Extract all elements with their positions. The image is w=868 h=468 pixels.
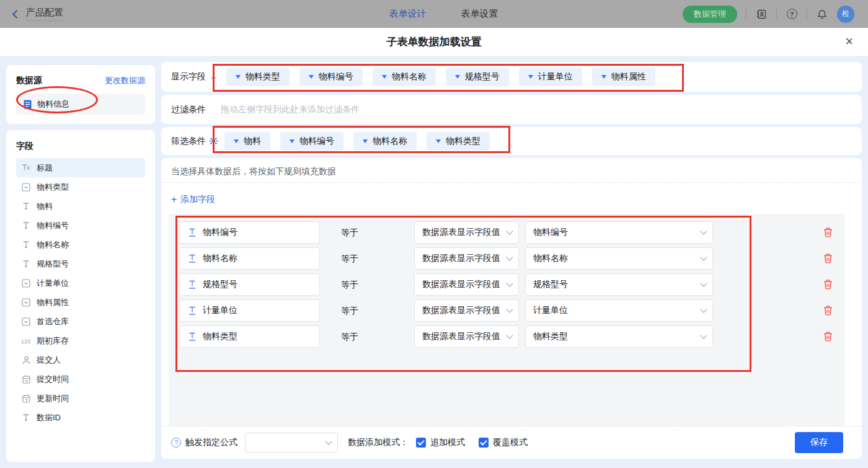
rule-source-value: 数据源表显示字段值	[422, 253, 500, 264]
back-label: 产品配置	[26, 7, 63, 21]
field-list-item[interactable]: 提交时间	[16, 369, 145, 389]
field-type-icon	[21, 201, 31, 211]
field-list-item[interactable]: 提交人	[16, 350, 145, 369]
data-manage-button[interactable]: 数据管理	[683, 6, 737, 23]
bell-icon[interactable]	[816, 8, 828, 20]
delete-rule-icon[interactable]	[823, 331, 833, 342]
datasource-item[interactable]: 物料信息	[16, 94, 145, 115]
append-mode-checkbox[interactable]	[416, 438, 426, 448]
field-list-item[interactable]: 标题	[16, 158, 145, 177]
display-field-tag[interactable]: 物料属性	[592, 68, 655, 86]
rule-target-select[interactable]: 物料类型	[525, 325, 713, 348]
rule-source-select[interactable]: 数据源表显示字段值	[414, 273, 519, 296]
formula-help-icon[interactable]: ?	[171, 438, 181, 448]
dropdown-triangle-icon	[234, 139, 239, 143]
datasource-title: 数据源	[16, 75, 42, 86]
rule-field-box[interactable]: 物料编号	[179, 221, 320, 244]
formula-select[interactable]	[245, 433, 338, 453]
field-list-item[interactable]: 物料属性	[16, 293, 145, 312]
user-avatar[interactable]: 检	[837, 6, 854, 23]
change-datasource-link[interactable]: 更改数据源	[105, 75, 145, 86]
field-item-label: 计量单位	[37, 278, 69, 289]
plus-icon: +	[171, 194, 177, 205]
back-nav[interactable]: 产品配置	[0, 7, 205, 21]
field-list-item[interactable]: 物料	[16, 196, 145, 216]
overwrite-mode-label: 覆盖模式	[493, 437, 528, 448]
text-field-icon	[187, 227, 197, 237]
rule-row: 物料名称 等于 数据源表显示字段值 物料名称	[169, 247, 844, 270]
chevron-down-icon	[506, 254, 513, 260]
rule-source-select[interactable]: 数据源表显示字段值	[414, 221, 519, 244]
save-button[interactable]: 保存	[795, 432, 843, 453]
field-list-item[interactable]: 物料类型	[16, 177, 145, 196]
overwrite-mode-checkbox[interactable]	[479, 438, 489, 448]
filter-dropzone[interactable]: 拖动左侧字段到此处来添加过滤条件	[221, 104, 360, 115]
dropdown-triangle-icon	[309, 75, 314, 79]
tab-form-settings[interactable]: 表单设置	[461, 8, 498, 20]
field-item-label: 物料名称	[37, 239, 69, 250]
delete-rule-icon[interactable]	[823, 279, 833, 290]
app-header: 产品配置 表单设计 表单设置 数据管理 ? 检	[0, 0, 868, 28]
field-list-item[interactable]: 首选仓库	[16, 312, 145, 331]
field-type-icon	[21, 182, 31, 192]
field-list-item[interactable]: 规格型号	[16, 254, 145, 273]
screen-filter-tag[interactable]: 物料编号	[280, 132, 343, 151]
rule-field-box[interactable]: 计量单位	[179, 299, 320, 322]
add-field-button[interactable]: + 添加字段	[171, 194, 215, 205]
rule-field-box[interactable]: 物料名称	[179, 247, 320, 270]
fields-title: 字段	[16, 141, 33, 151]
delete-rule-icon[interactable]	[823, 305, 833, 316]
field-type-icon	[21, 259, 31, 269]
field-list-item[interactable]: 计量单位	[16, 273, 145, 293]
display-field-tag[interactable]: 物料编号	[299, 68, 363, 86]
delete-rule-icon[interactable]	[823, 227, 833, 238]
field-list-item[interactable]: 更新时间	[16, 389, 145, 408]
dropdown-triangle-icon	[236, 75, 241, 79]
delete-rule-icon[interactable]	[823, 253, 833, 264]
rule-field-label: 物料编号	[203, 227, 237, 238]
rule-target-select[interactable]: 物料编号	[525, 221, 713, 244]
text-field-icon	[187, 306, 197, 316]
filter-panel: 过滤条件 拖动左侧字段到此处来添加过滤条件	[161, 95, 862, 124]
dropdown-triangle-icon	[455, 75, 460, 79]
field-list-item[interactable]: 物料编号	[16, 216, 145, 235]
close-icon[interactable]: ×	[845, 35, 853, 48]
tab-form-design[interactable]: 表单设计	[389, 8, 427, 20]
rule-target-select[interactable]: 物料名称	[525, 247, 713, 270]
field-list-item[interactable]: 123 期初库存	[16, 331, 145, 350]
rule-field-box[interactable]: 物料类型	[179, 325, 320, 348]
rule-field-label: 物料名称	[203, 253, 237, 264]
chevron-down-icon	[506, 280, 513, 286]
display-field-tag[interactable]: 计量单位	[519, 68, 582, 86]
rule-target-select[interactable]: 计量单位	[525, 299, 713, 322]
svg-text:123: 123	[21, 338, 30, 345]
display-field-tag[interactable]: 物料名称	[373, 68, 436, 86]
display-field-tag[interactable]: 物料类型	[226, 68, 290, 86]
screen-filter-tag[interactable]: 物料	[224, 132, 270, 151]
chevron-down-icon	[506, 332, 513, 338]
rule-field-box[interactable]: 规格型号	[179, 273, 320, 296]
add-display-field-icon[interactable]: +	[211, 72, 216, 82]
field-type-icon	[21, 413, 31, 423]
rule-source-select[interactable]: 数据源表显示字段值	[414, 325, 519, 348]
field-type-icon	[21, 394, 31, 404]
gear-icon[interactable]	[209, 136, 218, 146]
contacts-book-icon[interactable]	[755, 8, 768, 20]
display-field-tag[interactable]: 规格型号	[446, 68, 509, 86]
screen-filter-tag[interactable]: 物料类型	[427, 132, 490, 151]
field-list-item[interactable]: 物料名称	[16, 235, 145, 254]
equals-label: 等于	[341, 325, 397, 348]
screen-filter-tag[interactable]: 物料名称	[353, 132, 417, 151]
rule-target-select[interactable]: 规格型号	[525, 273, 713, 296]
help-icon[interactable]: ?	[786, 8, 798, 20]
rules-container: 物料编号 等于 数据源表显示字段值 物料编号	[169, 214, 844, 426]
rule-target-value: 规格型号	[533, 279, 568, 290]
field-item-label: 更新时间	[37, 393, 69, 404]
rule-source-select[interactable]: 数据源表显示字段值	[414, 247, 519, 270]
field-list-item[interactable]: 数据ID	[16, 408, 145, 427]
rule-source-select[interactable]: 数据源表显示字段值	[414, 299, 519, 322]
field-type-icon	[21, 163, 31, 173]
rule-source-value: 数据源表显示字段值	[422, 279, 500, 290]
field-item-label: 期初库存	[37, 335, 69, 347]
rule-target-value: 物料类型	[533, 331, 568, 342]
